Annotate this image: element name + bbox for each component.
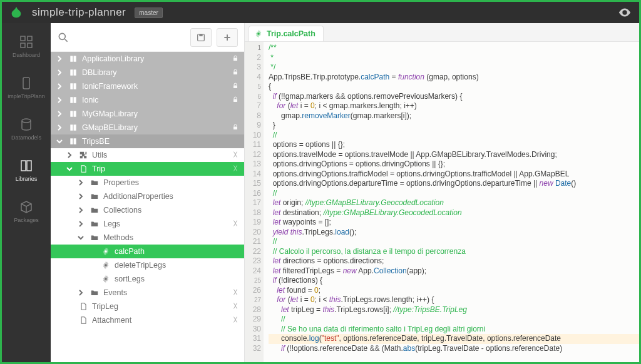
row-icon: [90, 288, 100, 297]
tree-properties[interactable]: Properties: [51, 176, 244, 190]
chevron-icon: [76, 193, 86, 200]
chevron-icon: [54, 97, 64, 103]
row-icon: [68, 109, 78, 118]
chevron-icon: [76, 290, 86, 296]
svg-line-8: [65, 39, 68, 41]
code-content[interactable]: /** * */App.TripsBE.Trip.prototype.calcP…: [264, 42, 639, 362]
row-label: calcPath: [115, 247, 145, 256]
row-trail-icon: [232, 302, 239, 311]
row-icon: [101, 247, 111, 256]
svg-rect-2: [28, 36, 32, 41]
svg-point-7: [59, 33, 65, 39]
row-icon: [78, 316, 88, 325]
tree-utils[interactable]: Utils: [51, 148, 244, 162]
chevron-icon: [54, 124, 64, 131]
rail-item-libraries[interactable]: Libraries: [2, 154, 51, 186]
add-button[interactable]: [217, 28, 238, 47]
row-icon: [68, 96, 78, 104]
row-label: DBLibrary: [82, 68, 117, 77]
save-button[interactable]: [190, 28, 212, 47]
tree-events[interactable]: Events: [51, 286, 244, 300]
lib-MyGMapLibrary[interactable]: MyGMapLibrary: [51, 107, 244, 121]
box-icon: [19, 200, 34, 215]
lib-ApplicationLibrary[interactable]: ApplicationLibrary: [51, 52, 244, 66]
row-trail-icon: [232, 288, 239, 298]
editor-tab-label: Trip.calcPath: [267, 29, 315, 38]
svg-rect-1: [21, 36, 25, 41]
library-tree: ApplicationLibraryDBLibraryIonicFramewor…: [51, 52, 244, 362]
tree-trip[interactable]: Trip: [51, 162, 244, 176]
row-icon: [68, 54, 78, 63]
row-label: Legs: [103, 220, 120, 228]
database-icon: [19, 117, 34, 132]
svg-rect-4: [28, 43, 32, 48]
chevron-icon: [54, 56, 64, 62]
row-label: Attachment: [92, 316, 131, 325]
chevron-icon: [76, 235, 86, 241]
row-trail-icon: [232, 68, 239, 78]
lib-Ionic[interactable]: Ionic: [51, 93, 244, 107]
row-label: TripsBE: [82, 137, 110, 146]
row-icon: [68, 123, 78, 132]
tree-deletetriplegs[interactable]: deleteTripLegs: [51, 258, 244, 272]
lib-IonicFramework[interactable]: IonicFramework: [51, 79, 244, 93]
tree-legs[interactable]: Legs: [51, 217, 244, 231]
preview-eye-icon[interactable]: [618, 6, 632, 19]
svg-point-6: [22, 119, 31, 123]
tree-attachment[interactable]: Attachment: [51, 313, 244, 327]
svg-rect-14: [233, 71, 237, 74]
rail-item-dashboard[interactable]: Dashboard: [2, 31, 51, 62]
row-icon: [90, 192, 100, 201]
svg-rect-17: [233, 126, 237, 129]
grid-icon: [19, 34, 34, 49]
row-trail-icon: [232, 123, 239, 133]
tree-methods[interactable]: Methods: [51, 231, 244, 245]
row-icon: [90, 206, 100, 215]
rail-item-tripplan[interactable]: impleTripPlann: [2, 72, 51, 103]
chevron-icon: [76, 179, 86, 186]
svg-point-0: [623, 11, 626, 14]
row-label: AdditionalProperties: [103, 192, 173, 201]
row-label: deleteTripLegs: [115, 261, 166, 270]
row-icon: [101, 261, 111, 270]
chevron-icon: [76, 221, 86, 227]
rail-item-label: Libraries: [16, 176, 38, 182]
row-icon: [78, 164, 88, 173]
chevron-icon: [54, 69, 64, 76]
tree-calcpath[interactable]: calcPath: [51, 245, 244, 258]
rail-item-packages[interactable]: Packages: [2, 196, 51, 227]
lib-GMapBELibrary[interactable]: GMapBELibrary: [51, 121, 244, 134]
library-sidebar: ApplicationLibraryDBLibraryIonicFramewor…: [51, 23, 245, 362]
gear-icon: [254, 29, 263, 38]
chevron-icon: [54, 138, 64, 144]
row-icon: [68, 68, 78, 77]
row-trail-icon: [232, 82, 239, 91]
tree-collections[interactable]: Collections: [51, 203, 244, 217]
row-label: Utils: [92, 151, 107, 159]
chevron-icon: [54, 111, 64, 117]
editor-tabs: Trip.calcPath: [245, 23, 639, 42]
row-label: MyGMapLibrary: [82, 109, 138, 118]
row-trail-icon: [232, 220, 239, 229]
row-label: IonicFramework: [82, 82, 138, 91]
lib-TripsBE[interactable]: TripsBE: [51, 134, 244, 148]
row-icon: [90, 233, 100, 242]
code-editor: Trip.calcPath 12345678910111213141516171…: [245, 23, 639, 362]
tree-tripleg[interactable]: TripLeg: [51, 300, 244, 313]
search-icon[interactable]: [57, 31, 69, 44]
chevron-icon: [54, 83, 64, 89]
row-icon: [68, 82, 78, 91]
branch-badge[interactable]: master: [135, 8, 163, 18]
tree-additionalproperties[interactable]: AdditionalProperties: [51, 190, 244, 203]
left-rail: DashboardimpleTripPlannDatamodelsLibrari…: [2, 23, 51, 362]
line-gutter: 1234567891011121314151617181920212223242…: [245, 42, 264, 362]
rail-item-datamodels[interactable]: Datamodels: [2, 113, 51, 144]
row-label: TripLeg: [92, 302, 118, 311]
rail-item-label: Packages: [14, 217, 39, 223]
editor-tab-calcpath[interactable]: Trip.calcPath: [249, 26, 324, 41]
lib-DBLibrary[interactable]: DBLibrary: [51, 66, 244, 79]
row-trail-icon: [232, 164, 239, 174]
tree-sortlegs[interactable]: sortLegs: [51, 272, 244, 286]
svg-rect-16: [233, 99, 237, 102]
row-trail-icon: [232, 54, 239, 64]
